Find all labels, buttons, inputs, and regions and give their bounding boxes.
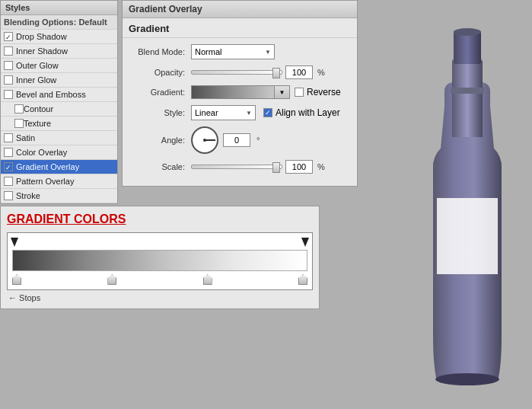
inner-shadow-checkbox[interactable] [4, 46, 13, 56]
stops-label: ← Stops [7, 293, 313, 302]
styles-list: Blending Options: Default ✓ Drop Shadow … [1, 15, 117, 203]
gradient-colors-section: GRADIENT COLORS ← Stops [0, 206, 320, 309]
gradient-row: Gradient: ▼ Reverse [130, 85, 349, 99]
stroke-item[interactable]: Stroke [1, 189, 117, 203]
bottom-stop-2[interactable] [107, 274, 116, 285]
angle-value[interactable]: 0 [223, 133, 250, 147]
top-stop-left[interactable] [11, 238, 18, 247]
reverse-area: Reverse [295, 87, 341, 97]
color-overlay-label: Color Overlay [16, 148, 67, 157]
contour-item[interactable]: Contour [1, 102, 117, 117]
style-label: Style: [130, 108, 191, 117]
stroke-label: Stroke [16, 191, 40, 200]
blend-mode-control: Normal ▼ [191, 44, 349, 59]
blend-mode-value: Normal [195, 47, 221, 56]
bevel-emboss-checkbox[interactable] [4, 90, 13, 99]
panel-section-title: Gradient [123, 18, 357, 38]
gradient-overlay-checkbox[interactable]: ✓ [4, 162, 13, 171]
color-overlay-checkbox[interactable] [4, 148, 13, 157]
blending-options-item[interactable]: Blending Options: Default [1, 15, 117, 30]
bottle-cap-top [454, 28, 481, 36]
opacity-slider-thumb[interactable] [272, 68, 280, 78]
opacity-unit: % [317, 68, 325, 77]
styles-panel-title: Styles [1, 1, 117, 15]
drop-shadow-checkbox[interactable]: ✓ [4, 32, 13, 41]
style-control: Linear ▼ ✓ Align with Layer [191, 105, 349, 120]
texture-label: Texture [24, 119, 51, 128]
opacity-control: 100 % [191, 66, 349, 79]
align-layer-check-icon: ✓ [265, 109, 271, 117]
angle-unit: ° [256, 136, 260, 145]
scale-value[interactable]: 100 [285, 160, 313, 174]
stroke-checkbox[interactable] [4, 191, 13, 200]
bottle-neck [452, 61, 483, 137]
gradient-preview-bar[interactable] [12, 250, 307, 271]
angle-row: Angle: 0 ° [130, 126, 349, 154]
outer-glow-item[interactable]: Outer Glow [1, 59, 117, 73]
gradient-colors-title: GRADIENT COLORS [7, 212, 313, 226]
pattern-overlay-checkbox[interactable] [4, 177, 13, 186]
texture-checkbox[interactable] [14, 119, 24, 128]
styles-panel: Styles Blending Options: Default ✓ Drop … [0, 0, 118, 204]
opacity-slider-track[interactable] [191, 70, 282, 75]
style-row: Style: Linear ▼ ✓ Align with Layer [130, 105, 349, 120]
gradient-swatch[interactable] [191, 85, 275, 99]
drop-shadow-item[interactable]: ✓ Drop Shadow [1, 30, 117, 44]
scale-label: Scale: [130, 162, 191, 171]
top-stop-right[interactable] [301, 238, 309, 247]
blend-mode-dropdown[interactable]: Normal ▼ [191, 44, 275, 59]
bottom-stop-4[interactable] [298, 274, 307, 285]
align-layer-checkbox[interactable]: ✓ [263, 108, 272, 117]
scale-row: Scale: 100 % [130, 160, 349, 174]
angle-wheel[interactable] [191, 126, 218, 154]
satin-label: Satin [16, 133, 35, 142]
texture-item[interactable]: Texture [1, 117, 117, 131]
panel-title: Gradient Overlay [123, 1, 357, 18]
bottle-bottom [435, 373, 499, 385]
scale-control: 100 % [191, 160, 349, 174]
satin-item[interactable]: Satin [1, 131, 117, 145]
outer-glow-checkbox[interactable] [4, 61, 13, 70]
drop-shadow-label: Drop Shadow [16, 32, 67, 41]
bottom-stop-1[interactable] [12, 274, 21, 285]
scale-slider-thumb[interactable] [272, 162, 280, 173]
style-value: Linear [195, 108, 218, 117]
gradient-label: Gradient: [130, 88, 191, 97]
blending-options-label: Blending Options: Default [4, 18, 107, 27]
top-stop-markers [11, 238, 309, 247]
reverse-checkbox[interactable] [295, 88, 304, 97]
opacity-label: Opacity: [130, 68, 191, 77]
reverse-label: Reverse [307, 87, 341, 97]
blend-mode-row: Blend Mode: Normal ▼ [130, 44, 349, 59]
gradient-swatch-dropdown[interactable]: ▼ [275, 85, 290, 99]
contour-checkbox[interactable] [14, 104, 24, 113]
inner-glow-checkbox[interactable] [4, 75, 13, 85]
bottom-stop-3[interactable] [203, 274, 212, 285]
bottle-label [437, 198, 498, 274]
bottom-stop-markers [11, 274, 309, 285]
wine-bottle-svg [418, 15, 517, 396]
color-overlay-item[interactable]: Color Overlay [1, 145, 117, 160]
blend-mode-label: Blend Mode: [130, 47, 191, 56]
inner-glow-item[interactable]: Inner Glow [1, 73, 117, 88]
style-dropdown[interactable]: Linear ▼ [191, 105, 256, 120]
pattern-overlay-label: Pattern Overlay [16, 177, 74, 186]
opacity-value[interactable]: 100 [285, 66, 313, 79]
scale-slider-track[interactable] [191, 165, 282, 169]
bevel-emboss-label: Bevel and Emboss [16, 90, 86, 99]
inner-shadow-item[interactable]: Inner Shadow [1, 44, 117, 59]
inner-shadow-label: Inner Shadow [16, 46, 68, 56]
gradient-overlay-panel: Gradient Overlay Gradient Blend Mode: No… [122, 0, 358, 187]
outer-glow-label: Outer Glow [16, 61, 59, 70]
blend-mode-arrow-icon: ▼ [265, 49, 271, 56]
pattern-overlay-item[interactable]: Pattern Overlay [1, 174, 117, 189]
angle-label: Angle: [130, 136, 191, 145]
gradient-overlay-label: Gradient Overlay [16, 162, 79, 171]
bevel-emboss-item[interactable]: Bevel and Emboss [1, 88, 117, 102]
gradient-overlay-item[interactable]: ✓ Gradient Overlay [1, 160, 117, 174]
angle-control: 0 ° [191, 126, 349, 154]
angle-line-indicator [205, 139, 215, 141]
satin-checkbox[interactable] [4, 133, 13, 142]
gradient-bar-container [7, 232, 313, 290]
bottle-container [418, 15, 517, 396]
